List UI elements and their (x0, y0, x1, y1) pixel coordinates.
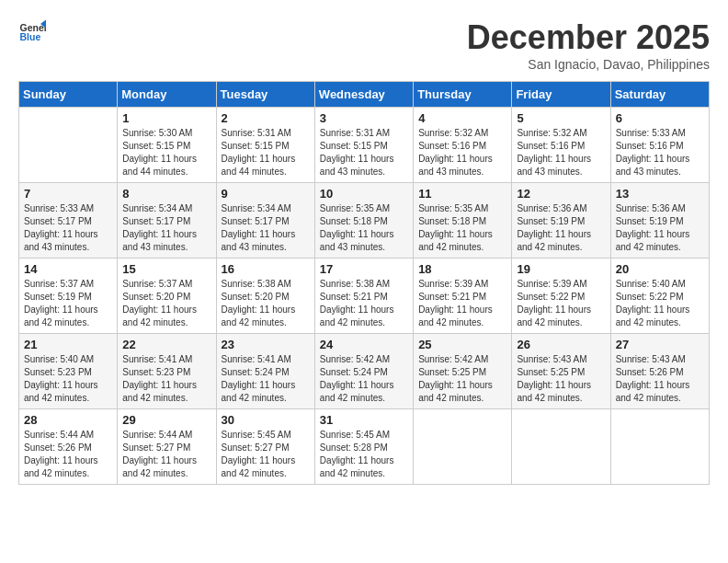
day-info: Sunrise: 5:33 AM Sunset: 5:16 PM Dayligh… (616, 127, 704, 178)
logo-icon: General Blue (18, 18, 46, 46)
day-number: 26 (517, 338, 605, 351)
calendar-cell: 9Sunrise: 5:34 AM Sunset: 5:17 PM Daylig… (216, 183, 314, 259)
day-info: Sunrise: 5:34 AM Sunset: 5:17 PM Dayligh… (222, 202, 310, 254)
calendar-day-header: Saturday (610, 82, 709, 108)
day-info: Sunrise: 5:41 AM Sunset: 5:24 PM Dayligh… (222, 353, 310, 405)
calendar-cell: 23Sunrise: 5:41 AM Sunset: 5:24 PM Dayli… (216, 334, 314, 409)
day-info: Sunrise: 5:44 AM Sunset: 5:26 PM Dayligh… (24, 429, 112, 480)
day-info: Sunrise: 5:36 AM Sunset: 5:19 PM Dayligh… (517, 202, 605, 254)
calendar-cell (512, 409, 610, 485)
day-info: Sunrise: 5:42 AM Sunset: 5:25 PM Dayligh… (418, 353, 506, 405)
day-number: 29 (122, 413, 210, 427)
day-number: 14 (24, 262, 112, 276)
day-number: 31 (320, 413, 408, 427)
day-info: Sunrise: 5:43 AM Sunset: 5:26 PM Dayligh… (616, 353, 704, 405)
day-number: 21 (24, 338, 112, 351)
day-info: Sunrise: 5:32 AM Sunset: 5:16 PM Dayligh… (517, 127, 605, 178)
calendar-week-row: 7Sunrise: 5:33 AM Sunset: 5:17 PM Daylig… (19, 183, 710, 259)
svg-text:Blue: Blue (20, 31, 41, 42)
calendar-cell: 1Sunrise: 5:30 AM Sunset: 5:15 PM Daylig… (118, 108, 216, 183)
calendar-week-row: 1Sunrise: 5:30 AM Sunset: 5:15 PM Daylig… (19, 108, 710, 183)
day-number: 2 (222, 111, 310, 125)
day-number: 24 (320, 338, 408, 351)
calendar-cell: 30Sunrise: 5:45 AM Sunset: 5:27 PM Dayli… (216, 409, 314, 485)
calendar-cell: 28Sunrise: 5:44 AM Sunset: 5:26 PM Dayli… (19, 409, 118, 485)
day-info: Sunrise: 5:45 AM Sunset: 5:27 PM Dayligh… (222, 429, 310, 480)
calendar-cell: 15Sunrise: 5:37 AM Sunset: 5:20 PM Dayli… (118, 259, 216, 334)
calendar-day-header: Monday (118, 82, 216, 108)
day-number: 17 (320, 262, 408, 276)
day-number: 1 (122, 111, 210, 125)
day-info: Sunrise: 5:38 AM Sunset: 5:21 PM Dayligh… (320, 278, 408, 329)
calendar-cell: 17Sunrise: 5:38 AM Sunset: 5:21 PM Dayli… (314, 259, 413, 334)
day-number: 7 (24, 187, 112, 201)
day-number: 10 (320, 187, 408, 201)
calendar-cell: 14Sunrise: 5:37 AM Sunset: 5:19 PM Dayli… (19, 259, 118, 334)
day-number: 15 (122, 262, 210, 276)
day-number: 12 (517, 187, 605, 201)
day-info: Sunrise: 5:43 AM Sunset: 5:25 PM Dayligh… (517, 353, 605, 405)
logo: General Blue (18, 18, 46, 46)
calendar-cell: 12Sunrise: 5:36 AM Sunset: 5:19 PM Dayli… (512, 183, 610, 259)
day-info: Sunrise: 5:44 AM Sunset: 5:27 PM Dayligh… (122, 429, 210, 480)
calendar-cell: 5Sunrise: 5:32 AM Sunset: 5:16 PM Daylig… (512, 108, 610, 183)
day-info: Sunrise: 5:41 AM Sunset: 5:23 PM Dayligh… (122, 353, 210, 405)
month-title: December 2025 (467, 18, 710, 57)
day-info: Sunrise: 5:40 AM Sunset: 5:23 PM Dayligh… (24, 353, 112, 405)
day-info: Sunrise: 5:34 AM Sunset: 5:17 PM Dayligh… (122, 202, 210, 254)
calendar-cell: 26Sunrise: 5:43 AM Sunset: 5:25 PM Dayli… (512, 334, 610, 409)
day-number: 20 (616, 262, 704, 276)
day-number: 30 (222, 413, 310, 427)
calendar-cell: 29Sunrise: 5:44 AM Sunset: 5:27 PM Dayli… (118, 409, 216, 485)
calendar-cell: 27Sunrise: 5:43 AM Sunset: 5:26 PM Dayli… (610, 334, 709, 409)
day-number: 27 (616, 338, 704, 351)
day-number: 16 (222, 262, 310, 276)
calendar-header-row: SundayMondayTuesdayWednesdayThursdayFrid… (19, 82, 710, 108)
calendar-cell: 7Sunrise: 5:33 AM Sunset: 5:17 PM Daylig… (19, 183, 118, 259)
calendar-cell: 21Sunrise: 5:40 AM Sunset: 5:23 PM Dayli… (19, 334, 118, 409)
calendar-cell: 16Sunrise: 5:38 AM Sunset: 5:20 PM Dayli… (216, 259, 314, 334)
calendar-cell: 25Sunrise: 5:42 AM Sunset: 5:25 PM Dayli… (414, 334, 512, 409)
day-info: Sunrise: 5:36 AM Sunset: 5:19 PM Dayligh… (616, 202, 704, 254)
day-number: 23 (222, 338, 310, 351)
calendar-cell: 13Sunrise: 5:36 AM Sunset: 5:19 PM Dayli… (610, 183, 709, 259)
day-info: Sunrise: 5:31 AM Sunset: 5:15 PM Dayligh… (222, 127, 310, 178)
calendar-cell: 8Sunrise: 5:34 AM Sunset: 5:17 PM Daylig… (118, 183, 216, 259)
day-info: Sunrise: 5:40 AM Sunset: 5:22 PM Dayligh… (616, 278, 704, 329)
calendar-cell: 18Sunrise: 5:39 AM Sunset: 5:21 PM Dayli… (414, 259, 512, 334)
day-info: Sunrise: 5:32 AM Sunset: 5:16 PM Dayligh… (418, 127, 506, 178)
calendar-day-header: Wednesday (314, 82, 413, 108)
day-info: Sunrise: 5:45 AM Sunset: 5:28 PM Dayligh… (320, 429, 408, 480)
day-info: Sunrise: 5:33 AM Sunset: 5:17 PM Dayligh… (24, 202, 112, 254)
calendar-week-row: 14Sunrise: 5:37 AM Sunset: 5:19 PM Dayli… (19, 259, 710, 334)
calendar-day-header: Sunday (19, 82, 118, 108)
calendar-cell (610, 409, 709, 485)
page-header: General Blue December 2025 San Ignacio, … (18, 18, 710, 72)
day-info: Sunrise: 5:38 AM Sunset: 5:20 PM Dayligh… (222, 278, 310, 329)
calendar-cell: 22Sunrise: 5:41 AM Sunset: 5:23 PM Dayli… (118, 334, 216, 409)
calendar-cell: 6Sunrise: 5:33 AM Sunset: 5:16 PM Daylig… (610, 108, 709, 183)
calendar-cell: 4Sunrise: 5:32 AM Sunset: 5:16 PM Daylig… (414, 108, 512, 183)
day-info: Sunrise: 5:42 AM Sunset: 5:24 PM Dayligh… (320, 353, 408, 405)
calendar-day-header: Tuesday (216, 82, 314, 108)
calendar-cell: 19Sunrise: 5:39 AM Sunset: 5:22 PM Dayli… (512, 259, 610, 334)
calendar-cell (19, 108, 118, 183)
day-info: Sunrise: 5:30 AM Sunset: 5:15 PM Dayligh… (122, 127, 210, 178)
day-number: 9 (222, 187, 310, 201)
day-number: 4 (418, 111, 506, 125)
day-number: 5 (517, 111, 605, 125)
day-number: 8 (122, 187, 210, 201)
calendar-cell: 2Sunrise: 5:31 AM Sunset: 5:15 PM Daylig… (216, 108, 314, 183)
calendar-cell (414, 409, 512, 485)
calendar-cell: 3Sunrise: 5:31 AM Sunset: 5:15 PM Daylig… (314, 108, 413, 183)
calendar-cell: 31Sunrise: 5:45 AM Sunset: 5:28 PM Dayli… (314, 409, 413, 485)
calendar-table: SundayMondayTuesdayWednesdayThursdayFrid… (18, 81, 710, 485)
day-info: Sunrise: 5:37 AM Sunset: 5:19 PM Dayligh… (24, 278, 112, 329)
day-number: 25 (418, 338, 506, 351)
day-number: 19 (517, 262, 605, 276)
calendar-cell: 10Sunrise: 5:35 AM Sunset: 5:18 PM Dayli… (314, 183, 413, 259)
calendar-week-row: 28Sunrise: 5:44 AM Sunset: 5:26 PM Dayli… (19, 409, 710, 485)
day-info: Sunrise: 5:39 AM Sunset: 5:22 PM Dayligh… (517, 278, 605, 329)
calendar-week-row: 21Sunrise: 5:40 AM Sunset: 5:23 PM Dayli… (19, 334, 710, 409)
location-subtitle: San Ignacio, Davao, Philippines (467, 57, 710, 72)
